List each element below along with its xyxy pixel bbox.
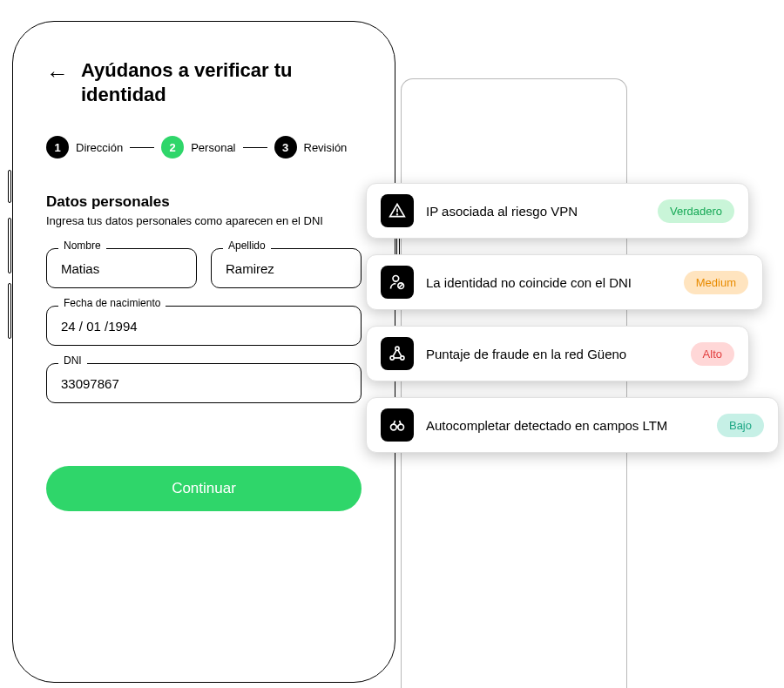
phone-side-button bbox=[8, 170, 11, 203]
phone-side-button bbox=[8, 283, 11, 339]
risk-card: Puntaje de fraude en la red Güeno Alto bbox=[366, 326, 749, 381]
risk-card-title: IP asociada al riesgo VPN bbox=[426, 204, 645, 219]
svg-line-9 bbox=[398, 350, 402, 357]
page-title: Ayúdanos a verificar tu identidad bbox=[81, 58, 362, 106]
person-blocked-icon bbox=[381, 266, 414, 299]
step-circle-1: 1 bbox=[46, 136, 69, 159]
field-fecha: Fecha de nacimiento bbox=[46, 306, 362, 346]
risk-card: La identidad no coincide con el DNI Medi… bbox=[366, 254, 763, 310]
risk-cards-list: IP asociada al riesgo VPN Verdadero La i… bbox=[366, 183, 779, 453]
field-nombre: Nombre bbox=[46, 248, 197, 288]
risk-card-title: La identidad no coincide con el DNI bbox=[426, 275, 672, 290]
network-icon bbox=[381, 337, 414, 370]
alert-triangle-icon bbox=[381, 194, 414, 227]
step-label-direccion: Dirección bbox=[76, 141, 123, 154]
risk-card-title: Puntaje de fraude en la red Güeno bbox=[426, 347, 679, 361]
field-label-dni: DNI bbox=[58, 354, 87, 367]
step-circle-3: 3 bbox=[274, 136, 297, 159]
phone-side-button bbox=[8, 218, 11, 273]
svg-line-4 bbox=[399, 284, 402, 287]
risk-badge: Verdadero bbox=[658, 199, 734, 223]
section-title: Datos personales bbox=[46, 193, 362, 211]
svg-point-2 bbox=[393, 276, 399, 282]
continue-button[interactable]: Continuar bbox=[46, 466, 362, 511]
field-label-apellido: Apellido bbox=[223, 239, 271, 252]
dni-input[interactable] bbox=[46, 363, 362, 403]
step-divider bbox=[243, 147, 267, 148]
svg-point-12 bbox=[398, 424, 404, 430]
apellido-input[interactable] bbox=[211, 248, 362, 288]
svg-line-8 bbox=[393, 350, 396, 357]
step-divider bbox=[130, 147, 154, 148]
svg-point-1 bbox=[397, 214, 398, 215]
step-label-personal: Personal bbox=[191, 141, 235, 154]
step-circle-2: 2 bbox=[161, 136, 184, 159]
fecha-input[interactable] bbox=[46, 306, 362, 346]
risk-card: IP asociada al riesgo VPN Verdadero bbox=[366, 183, 749, 239]
stepper: 1 Dirección 2 Personal 3 Revisión bbox=[46, 136, 362, 159]
risk-badge: Alto bbox=[691, 342, 734, 366]
field-label-fecha: Fecha de nacimiento bbox=[58, 297, 166, 309]
risk-card-title: Autocompletar detectado en campos LTM bbox=[426, 418, 705, 433]
binoculars-icon bbox=[381, 408, 414, 442]
phone-frame: ← Ayúdanos a verificar tu identidad 1 Di… bbox=[12, 21, 395, 683]
field-label-nombre: Nombre bbox=[58, 239, 106, 252]
svg-point-11 bbox=[391, 424, 397, 430]
field-dni: DNI bbox=[46, 363, 362, 403]
step-label-revision: Revisión bbox=[304, 141, 348, 154]
back-button[interactable]: ← bbox=[46, 60, 69, 87]
section-desc: Ingresa tus datos personales como aparec… bbox=[46, 214, 362, 227]
risk-card: Autocompletar detectado en campos LTM Ba… bbox=[366, 397, 779, 453]
field-apellido: Apellido bbox=[211, 248, 362, 288]
nombre-input[interactable] bbox=[46, 248, 197, 288]
risk-badge: Bajo bbox=[717, 414, 764, 437]
risk-badge: Medium bbox=[684, 271, 748, 294]
